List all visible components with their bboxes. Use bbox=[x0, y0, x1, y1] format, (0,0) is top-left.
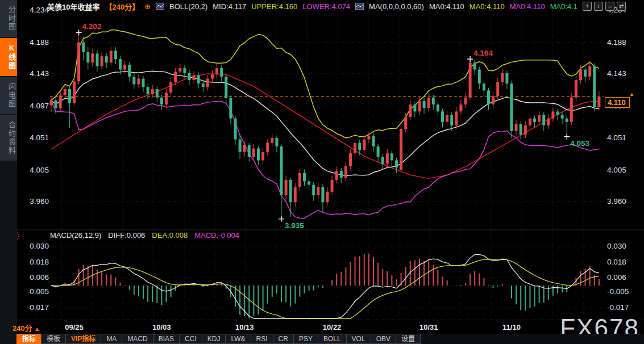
chart-header: 美债10年收益率 【240分】 ⊕ BOLL(20,2) MID:4.117 U… bbox=[17, 0, 644, 12]
tab-template[interactable]: 模板 bbox=[41, 334, 66, 344]
timeframe-footer[interactable]: 240分 ▲ bbox=[13, 322, 40, 333]
tab-ma[interactable]: MA bbox=[101, 334, 122, 344]
tab-cr[interactable]: CR bbox=[273, 334, 294, 344]
y-axis-label-left: 4.005 bbox=[30, 166, 49, 174]
tab-obv[interactable]: OBV bbox=[371, 334, 396, 344]
crosshair-icon[interactable]: + bbox=[583, 2, 592, 11]
y-axis-label-left: 4.143 bbox=[30, 69, 49, 78]
timeframe-up-arrow-icon: ▲ bbox=[34, 326, 40, 332]
y-axis-label-left: 3.960 bbox=[30, 197, 49, 205]
price-annotation: 3.935 bbox=[285, 221, 304, 230]
x-axis-date-label: 10/22 bbox=[323, 323, 342, 332]
macd-axis-label-left: 0.030 bbox=[30, 242, 49, 250]
sidebar-item-time-chart[interactable]: 分时图 bbox=[0, 0, 17, 37]
chart-canvas: 4.2344.2344.1884.1884.1434.1434.0974.097… bbox=[0, 0, 644, 344]
y-axis-label-right: 3.960 bbox=[607, 197, 626, 205]
y-axis-label-right: 4.143 bbox=[607, 69, 626, 78]
bottom-toolbar: 指标 模板 VIP指标 MA MACD BIAS CCI KDJ LW& RSI… bbox=[17, 334, 644, 344]
price-annotation: 4.164 bbox=[473, 49, 493, 57]
sidebar-item-lightning-chart[interactable]: 闪电图 bbox=[0, 77, 17, 114]
macd-value: MACD:-0.004 bbox=[194, 231, 239, 240]
macd-axis-label-right: -0.017 bbox=[607, 303, 629, 312]
symbol-title: 美债10年收益率 bbox=[47, 1, 99, 12]
macd-axis-label-left: 0.006 bbox=[30, 273, 49, 282]
macd-params-label: MACD(26,12,9) bbox=[50, 231, 101, 240]
macd-axis-label-left: 0.018 bbox=[30, 258, 49, 266]
axis-labels-layer: 4.2344.2344.1884.1884.1434.1434.0974.097… bbox=[27, 6, 629, 332]
price-up-arrow-icon: ▲ bbox=[605, 91, 637, 97]
price-annotation: 4.202 bbox=[82, 22, 102, 31]
x-axis-date-label: 10/31 bbox=[419, 323, 438, 332]
tab-kdj[interactable]: KDJ bbox=[202, 334, 226, 344]
macd-axis-label-right: 0.030 bbox=[607, 242, 626, 250]
chart-application: 4.2344.2344.1884.1884.1434.1434.0974.097… bbox=[0, 0, 644, 344]
tab-boll[interactable]: BOLL bbox=[318, 334, 347, 344]
ma0-magenta-value: MA0:4.110 bbox=[510, 2, 545, 11]
boll-upper-value: UPPER:4.160 bbox=[251, 2, 297, 11]
tab-cci[interactable]: CCI bbox=[179, 334, 202, 344]
x-axis-date-label: 11/10 bbox=[502, 323, 521, 332]
tab-vip-indicator[interactable]: VIP指标 bbox=[65, 334, 101, 344]
ma0-green-value: MA0:4.1 bbox=[550, 2, 577, 11]
sidebar-item-kline-chart[interactable]: K线图 bbox=[0, 38, 17, 76]
tab-indicator[interactable]: 指标 bbox=[16, 334, 41, 344]
tab-psy[interactable]: PSY bbox=[293, 334, 318, 344]
tab-settings[interactable]: 设置 bbox=[396, 334, 421, 344]
macd-diff-value: DIFF:0.006 bbox=[108, 231, 145, 240]
y-axis-label-right: 4.188 bbox=[607, 38, 626, 47]
tab-rsi[interactable]: RSI bbox=[251, 334, 273, 344]
macd-axis-label-left: -0.017 bbox=[27, 303, 49, 312]
price-annotation: 4.053 bbox=[570, 139, 589, 148]
macd-axis-label-right: 0.018 bbox=[607, 258, 626, 266]
window-controls: + ↕ ↔ ⇄ bbox=[583, 2, 626, 11]
y-axis-label-right: 4.005 bbox=[607, 166, 626, 174]
current-price-value: 4.110 bbox=[605, 97, 630, 108]
sidebar-item-contract-info[interactable]: 合约资料 bbox=[0, 115, 17, 161]
x-axis-date-label: 10/13 bbox=[235, 323, 254, 332]
y-axis-label-right: 4.051 bbox=[607, 133, 626, 142]
y-axis-label-left: 4.188 bbox=[30, 38, 49, 47]
left-sidebar: 分时图 K线图 闪电图 合约资料 bbox=[0, 0, 17, 344]
boll-indicator-icon[interactable] bbox=[156, 3, 164, 10]
timeframe-label[interactable]: 【240分】 bbox=[105, 1, 139, 12]
add-indicator-icon[interactable]: ⊕ bbox=[144, 2, 151, 11]
macd-axis-label-right: 0.006 bbox=[607, 273, 626, 282]
candles-layer bbox=[50, 32, 601, 219]
boll-mid-value: MID:4.117 bbox=[213, 2, 246, 11]
y-scale-icon[interactable]: ↕ bbox=[594, 2, 603, 11]
tab-bias[interactable]: BIAS bbox=[153, 334, 180, 344]
macd-axis-label-right: -0.005 bbox=[607, 287, 629, 296]
tab-vol[interactable]: VOL bbox=[346, 334, 371, 344]
current-price-tag: ▲ 4.110 bbox=[605, 91, 637, 108]
timeframe-footer-label: 240分 bbox=[13, 324, 32, 333]
tab-lwr[interactable]: LW& bbox=[225, 334, 251, 344]
x-axis-date-label: 10/03 bbox=[152, 323, 171, 332]
macd-dea-value: DEA:0.008 bbox=[152, 231, 188, 240]
tab-macd[interactable]: MACD bbox=[122, 334, 153, 344]
y-axis-label-left: 4.051 bbox=[30, 133, 49, 142]
macd-axis-label-left: -0.005 bbox=[27, 287, 49, 296]
ma-label: MA(0,0,0,0,0,60) bbox=[369, 2, 424, 11]
x-axis-date-label: 09/25 bbox=[65, 323, 84, 332]
ma-indicator-icon[interactable] bbox=[355, 3, 364, 10]
boll-lower-value: LOWER:4.074 bbox=[302, 2, 350, 11]
ma0-yellow-value: MA0:4.110 bbox=[470, 2, 505, 11]
macd-header: MACD(26,12,9) DIFF:0.006 DEA:0.008 MACD:… bbox=[50, 231, 239, 240]
y-axis-label-left: 4.097 bbox=[30, 102, 49, 110]
x-scale-icon[interactable]: ↔ bbox=[605, 2, 614, 11]
pan-icon[interactable]: ⇄ bbox=[617, 2, 626, 11]
ma0-white-value: MA0:4.110 bbox=[429, 2, 464, 11]
macd-dea-line bbox=[51, 259, 599, 318]
macd-layer bbox=[51, 254, 599, 318]
boll-label: BOLL(20,2) bbox=[169, 2, 207, 11]
boll-mid-line bbox=[51, 71, 599, 175]
boll-lower-line bbox=[51, 100, 599, 219]
